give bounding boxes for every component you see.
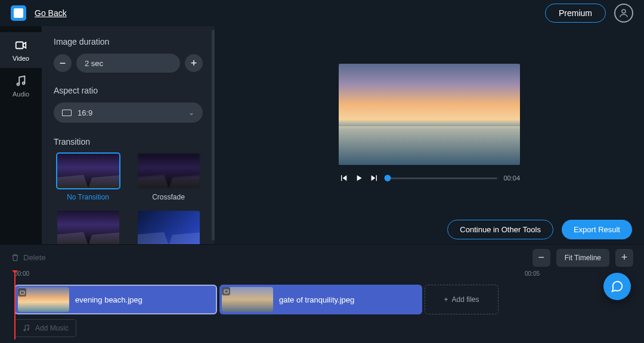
plus-icon: + [444,295,448,304]
left-rail: Video Audio [0,26,42,244]
playhead[interactable] [14,272,16,339]
timeline-clip[interactable]: gate of tranquility.jpeg [219,285,422,314]
add-music-label: Add Music [35,324,69,332]
svg-rect-4 [20,291,24,294]
export-result-button[interactable]: Export Result [562,220,632,239]
transition-thumb [138,211,200,244]
next-button[interactable] [370,173,379,183]
video-track: evening beach.jpeg gate of tranquility.j… [14,285,630,314]
transition-label: Transition [54,137,203,146]
app-logo [11,5,26,21]
preview-stage: 00:04 [215,26,644,214]
delete-button[interactable]: Delete [11,253,46,262]
transition-crossfade[interactable]: Crossfade [134,154,203,201]
transition-no-transition[interactable]: No Transition [54,154,122,201]
prev-button[interactable] [339,173,348,183]
premium-button[interactable]: Premium [545,4,606,23]
video-player: 00:04 [339,64,520,183]
transition-thumb [138,154,200,188]
user-icon [618,8,629,18]
account-avatar[interactable] [614,4,633,23]
audio-track: Add Music [14,319,630,337]
skip-back-icon [339,173,348,183]
audio-icon [14,74,27,88]
transition-label-text: No Transition [67,193,109,201]
add-files-label: Add files [451,295,479,304]
transition-item[interactable] [134,211,203,244]
help-button[interactable] [603,273,631,300]
player-controls: 00:04 [339,173,520,183]
duration-increase-button[interactable]: + [185,54,203,72]
chevron-down-icon: ⌄ [188,108,194,117]
aspect-ratio-icon [62,110,72,116]
svg-point-2 [17,83,20,85]
trash-icon [11,253,20,262]
transition-grid: No Transition Crossfade [54,154,203,244]
timeline-toolbar: Delete − Fit Timeline + [0,244,644,270]
aspect-ratio-label: Aspect ratio [54,86,203,95]
delete-label: Delete [23,253,46,262]
transition-item[interactable] [54,211,122,244]
play-icon [354,173,364,183]
rail-tab-audio[interactable]: Audio [0,68,42,104]
svg-point-0 [622,10,626,13]
current-time: 00:04 [503,174,520,182]
duration-decrease-button[interactable]: − [54,54,72,72]
top-bar: Go Back Premium [0,0,644,26]
transition-thumb [57,154,119,188]
image-duration-stepper: − 2 sec + [54,54,203,73]
svg-point-6 [24,329,25,330]
seek-slider[interactable] [385,177,497,179]
svg-rect-1 [16,42,23,48]
image-icon [18,288,26,297]
add-files-button[interactable]: + Add files [425,285,499,314]
rail-tab-video[interactable]: Video [0,32,42,68]
action-bar: Continue in Other Tools Export Result [215,214,644,244]
aspect-ratio-select[interactable]: 16:9 ⌄ [54,102,203,123]
timeline-clip[interactable]: evening beach.jpeg [14,285,217,314]
add-music-button[interactable]: Add Music [14,319,76,337]
image-duration-label: Image duration [54,37,203,46]
skip-forward-icon [370,173,379,183]
rail-tab-video-label: Video [13,55,29,62]
clip-label: gate of tranquility.jpeg [279,295,354,304]
svg-point-3 [23,82,25,84]
rail-tab-audio-label: Audio [13,91,29,98]
svg-point-7 [27,329,29,330]
play-button[interactable] [354,173,364,183]
preview-screen[interactable] [339,64,520,165]
transition-label-text: Crossfade [152,193,185,201]
ruler-mark: 00:05 [525,270,540,277]
chat-icon [611,280,624,293]
timeline-ruler[interactable]: 00:00 00:05 [0,270,644,281]
music-icon [22,324,30,332]
zoom-in-button[interactable]: + [615,249,633,267]
image-icon [222,287,230,295]
go-back-link[interactable]: Go Back [35,8,67,18]
continue-other-tools-button[interactable]: Continue in Other Tools [447,220,553,239]
fit-timeline-button[interactable]: Fit Timeline [556,249,609,267]
timeline-area: Delete − Fit Timeline + 00:00 00:05 even… [0,244,644,343]
seek-handle[interactable] [385,175,391,182]
timeline-tracks: evening beach.jpeg gate of tranquility.j… [0,281,644,343]
duration-value[interactable]: 2 sec [76,54,180,73]
preview-column: 00:04 Continue in Other Tools Export Res… [215,26,644,244]
aspect-ratio-value: 16:9 [78,108,92,117]
zoom-out-button[interactable]: − [532,249,550,267]
settings-panel: Image duration − 2 sec + Aspect ratio 16… [42,26,215,244]
clip-label: evening beach.jpeg [75,295,143,304]
transition-thumb [57,211,119,244]
svg-rect-5 [224,289,228,292]
video-icon [14,39,27,52]
